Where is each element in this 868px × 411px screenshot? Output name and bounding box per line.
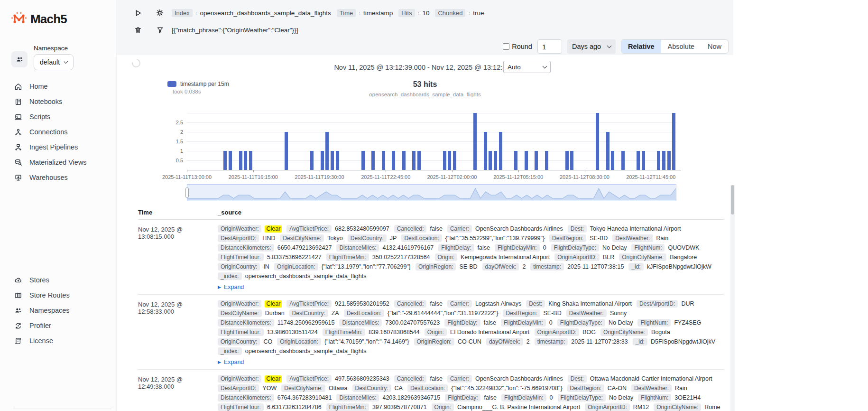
sidebar-item-home[interactable]: Home (0, 79, 116, 94)
histogram-bar[interactable] (443, 151, 446, 170)
histogram-bar[interactable] (637, 151, 640, 170)
field-name-badge: OriginAirportID: (535, 328, 580, 336)
run-query-button[interactable] (133, 8, 143, 18)
histogram-bar[interactable] (499, 132, 502, 170)
histogram-bar[interactable] (621, 151, 625, 170)
histogram-bar[interactable] (371, 151, 375, 170)
histogram-bar[interactable] (249, 151, 252, 170)
expand-link[interactable]: ▶Expand (218, 284, 724, 290)
delete-trash-icon[interactable] (133, 25, 143, 35)
histogram-bar[interactable] (382, 151, 385, 170)
sidebar-item-label: Materialized Views (29, 159, 87, 166)
field-name-badge: FlightDelayMin: (501, 319, 546, 327)
source-field--id: _id:D5FISpoBNpgdwtJiOjkV (633, 338, 716, 346)
histogram-bar[interactable] (473, 113, 477, 170)
histogram-bar[interactable] (361, 151, 365, 170)
field-value: Tokyo (327, 235, 343, 242)
column-header-source[interactable]: _source (218, 209, 724, 216)
settings-gear-icon[interactable] (155, 8, 165, 18)
field-value: 397.9039578770871 (372, 404, 427, 411)
field-name-badge: OriginCityName: (619, 253, 666, 261)
field-name-badge: OriginCountry: (218, 263, 260, 271)
histogram-bar[interactable] (672, 113, 675, 170)
field-value: YOW (262, 385, 277, 392)
histogram-bar[interactable] (662, 151, 665, 170)
histogram-bar[interactable] (331, 151, 334, 170)
round-checkbox[interactable] (503, 43, 509, 50)
info-badge-time: Time (337, 9, 356, 17)
histogram-bar[interactable] (321, 151, 324, 170)
histogram-bar[interactable] (325, 132, 329, 170)
relative-amount-input[interactable] (537, 39, 562, 54)
histogram-bar[interactable] (448, 151, 451, 170)
results-table: Time _source Nov 12, 2025 @ 13:08:15.000… (138, 205, 724, 411)
unit-select[interactable]: Days ago (567, 39, 616, 54)
histogram-bar[interactable] (412, 151, 416, 170)
field-value: OpenSearch Dashboards Airlines (475, 375, 563, 383)
field-name-badge: DistanceMiles: (336, 394, 379, 402)
expand-link[interactable]: ▶Expand (218, 359, 724, 365)
histogram-bar[interactable] (453, 151, 456, 170)
field-value: Kempegowda International Airport (461, 254, 550, 261)
histogram-bar[interactable] (489, 151, 492, 170)
sidebar-item-license[interactable]: License (0, 333, 116, 348)
field-value: CA-ON (608, 385, 627, 392)
histogram-bar[interactable] (310, 151, 314, 170)
field-value: Ottawa (329, 385, 348, 392)
scrollbar-thumb[interactable] (731, 185, 734, 215)
histogram-bar[interactable] (244, 151, 247, 170)
x-axis-label: 2025-11-11T19:30:00 (286, 174, 353, 180)
histogram-bar[interactable] (545, 151, 548, 170)
histogram-bar[interactable] (285, 132, 288, 170)
sidebar-item-warehouses[interactable]: Warehouses (0, 170, 116, 185)
sidebar-item-profiler[interactable]: Profiler (0, 318, 116, 333)
field-name-badge: Cancelled: (394, 300, 427, 308)
histogram-bar[interactable] (570, 151, 573, 170)
table-scrollbar[interactable] (730, 185, 735, 411)
histogram-bar[interactable] (565, 151, 569, 170)
namespace-select[interactable]: default (34, 54, 74, 70)
sidebar-item-connections[interactable]: Connections (0, 124, 116, 140)
histogram-bar[interactable] (494, 151, 497, 170)
histogram-bar[interactable] (657, 151, 660, 170)
histogram-bar[interactable] (606, 132, 609, 170)
mode-now[interactable]: Now (701, 40, 728, 53)
histogram-bar[interactable] (525, 151, 528, 170)
field-name-badge: DestWeather: (631, 384, 672, 392)
timeline-brush[interactable] (187, 184, 676, 201)
histogram-bar[interactable] (484, 132, 487, 170)
histogram-bar[interactable] (535, 151, 538, 170)
histogram-bar[interactable] (336, 151, 339, 170)
histogram-bar[interactable] (402, 151, 406, 170)
sidebar-item-ingest-pipelines[interactable]: Ingest Pipelines (0, 140, 116, 155)
brush-handle[interactable] (185, 187, 189, 198)
field-value: CO (263, 338, 272, 346)
sidebar-item-namespaces[interactable]: Namespaces (0, 303, 116, 318)
histogram-bar[interactable] (667, 151, 671, 170)
histogram-bar[interactable] (223, 151, 227, 170)
source-field-flighttimehour: FlightTimeHour:6.631732631284786 (218, 403, 322, 411)
sidebar-item-notebooks[interactable]: Notebooks (0, 94, 116, 109)
sidebar-item-scripts[interactable]: Scripts (0, 109, 116, 124)
gridline (187, 160, 676, 161)
sidebar-item-stores[interactable]: Stores (0, 272, 116, 288)
histogram-bar[interactable] (239, 151, 242, 170)
histogram-bar[interactable] (417, 151, 421, 170)
histogram-bar[interactable] (611, 151, 614, 170)
column-header-time[interactable]: Time (138, 209, 218, 216)
sidebar-item-store-routes[interactable]: Store Routes (0, 288, 116, 303)
mode-absolute[interactable]: Absolute (661, 40, 701, 53)
field-name-badge: OriginLocation: (277, 338, 321, 346)
sidebar-item-materialized-views[interactable]: Materialized Views (0, 155, 116, 170)
interval-select[interactable]: Auto (503, 61, 551, 73)
histogram-bar[interactable] (229, 151, 232, 170)
mode-relative[interactable]: Relative (621, 40, 661, 53)
histogram-bar[interactable] (514, 151, 517, 170)
filter-expression[interactable]: [{"match_phrase":{"OriginWeather":"Clear… (172, 27, 298, 34)
field-value: 0 (550, 394, 553, 402)
date-range-text[interactable]: Nov 11, 2025 @ 13:12:39.000 - Nov 12, 20… (334, 64, 523, 71)
histogram-bar[interactable] (392, 151, 395, 170)
histogram-bar[interactable] (642, 151, 645, 170)
histogram-bar[interactable] (596, 113, 599, 170)
filter-funnel-icon[interactable] (155, 25, 165, 35)
